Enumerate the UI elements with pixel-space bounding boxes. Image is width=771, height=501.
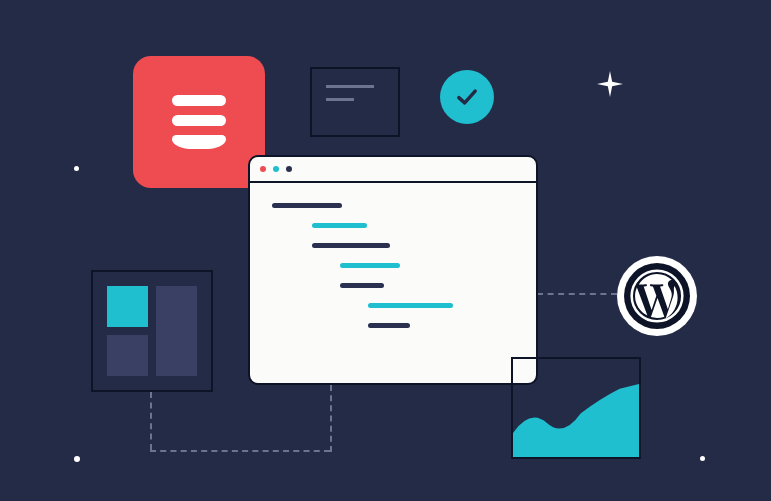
code-line: [272, 203, 342, 208]
brand-logo-stroke: [172, 95, 226, 106]
layout-grid-card: [91, 270, 213, 392]
decorative-dot: [74, 456, 80, 462]
grid-cell: [156, 286, 197, 376]
connector-line: [330, 385, 332, 452]
connector-line: [537, 293, 617, 295]
grid-cell: [107, 335, 148, 376]
chart-card: [511, 357, 641, 459]
document-line: [326, 98, 354, 101]
document-line: [326, 85, 374, 88]
brand-logo-card: [133, 56, 265, 188]
code-line: [312, 223, 367, 228]
code-editor-window: [248, 155, 538, 385]
code-line: [340, 263, 400, 268]
traffic-light-minimize-icon: [273, 166, 279, 172]
decorative-dot: [700, 456, 705, 461]
code-line: [368, 303, 453, 308]
connector-line: [150, 392, 152, 450]
decorative-dot: [74, 166, 79, 171]
traffic-light-close-icon: [260, 166, 266, 172]
traffic-light-zoom-icon: [286, 166, 292, 172]
code-line: [312, 243, 390, 248]
wordpress-icon: [624, 263, 690, 329]
code-line: [368, 323, 410, 328]
connector-line: [150, 450, 330, 452]
sparkle-icon: [597, 71, 623, 97]
code-body: [250, 183, 536, 348]
window-titlebar: [250, 157, 536, 183]
checkmark-badge: [440, 70, 494, 124]
brand-logo-stroke: [172, 135, 226, 149]
document-card: [310, 67, 400, 137]
check-icon: [453, 83, 481, 111]
brand-logo-stroke: [172, 115, 226, 126]
wordpress-badge: [617, 256, 697, 336]
grid-cell-accent: [107, 286, 148, 327]
code-line: [340, 283, 384, 288]
area-chart-icon: [513, 379, 639, 457]
